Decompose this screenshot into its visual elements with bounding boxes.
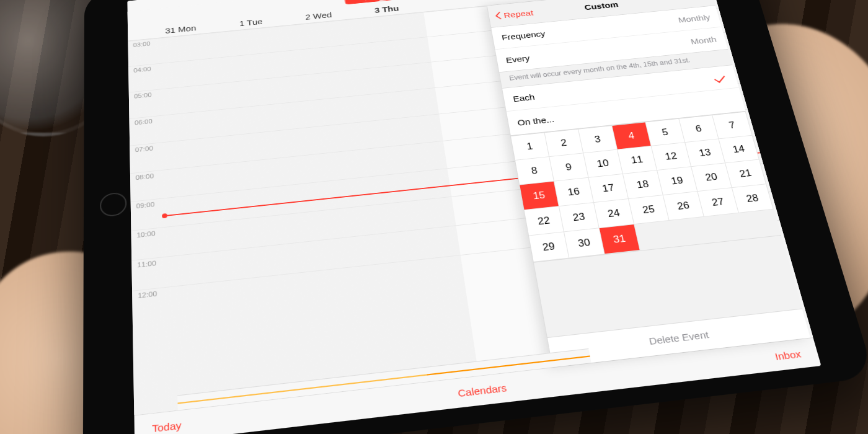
- back-button[interactable]: Repeat: [494, 8, 534, 20]
- day-cell-empty: [634, 221, 675, 250]
- every-label: Every: [505, 53, 531, 64]
- day-cell[interactable]: 31: [600, 224, 640, 254]
- day-cell[interactable]: 16: [554, 178, 594, 206]
- ipad-device: 09:41 ᛒ 100% Day Week Month Year: [83, 0, 868, 434]
- day-cell[interactable]: 6: [679, 115, 719, 143]
- date-mon[interactable]: 31 Mon: [165, 24, 197, 35]
- back-label: Repeat: [503, 8, 534, 19]
- day-cell-empty: [739, 210, 781, 239]
- day-cell[interactable]: 5: [646, 119, 686, 146]
- day-cell[interactable]: 2: [545, 130, 584, 157]
- calendars-button[interactable]: Calendars: [457, 382, 507, 399]
- day-cell[interactable]: 21: [725, 159, 766, 188]
- day-cell[interactable]: 13: [685, 139, 725, 167]
- day-cell[interactable]: 15: [520, 182, 559, 210]
- day-cell[interactable]: 7: [712, 112, 753, 140]
- today-button[interactable]: Today: [152, 419, 182, 434]
- day-cell[interactable]: 17: [589, 174, 629, 203]
- day-cell[interactable]: 30: [564, 228, 605, 258]
- date-thu[interactable]: 3 Thu: [374, 4, 399, 14]
- day-cell[interactable]: 24: [594, 199, 634, 228]
- day-cell[interactable]: 3: [578, 126, 618, 153]
- day-cell[interactable]: 23: [559, 203, 600, 232]
- day-cell[interactable]: 18: [623, 170, 663, 199]
- day-cell[interactable]: 19: [657, 167, 698, 195]
- frequency-value: Monthly: [677, 13, 711, 24]
- frequency-label: Frequency: [501, 29, 546, 42]
- day-cell[interactable]: 14: [719, 136, 760, 164]
- day-cell[interactable]: 26: [663, 192, 704, 221]
- segment-day[interactable]: Day: [345, 0, 379, 4]
- day-cell-empty: [670, 217, 711, 247]
- date-tue[interactable]: 1 Tue: [239, 17, 263, 28]
- day-cell[interactable]: 28: [732, 184, 774, 213]
- home-button[interactable]: [100, 192, 127, 218]
- day-cell[interactable]: 22: [525, 206, 564, 236]
- day-cell[interactable]: 10: [583, 149, 623, 177]
- day-cell[interactable]: 12: [652, 143, 691, 170]
- day-cell[interactable]: 4: [612, 122, 651, 149]
- day-cell[interactable]: 11: [618, 146, 657, 174]
- every-value: Month: [689, 35, 717, 46]
- screen: 09:41 ᛒ 100% Day Week Month Year: [127, 0, 821, 434]
- day-cell[interactable]: 29: [529, 232, 569, 262]
- panel-title: Custom: [583, 0, 619, 11]
- each-label: Each: [512, 92, 535, 104]
- day-cell[interactable]: 8: [515, 157, 554, 185]
- on-the-label: On the...: [516, 114, 555, 127]
- inbox-button[interactable]: Inbox: [774, 348, 802, 363]
- day-cell[interactable]: 9: [549, 153, 588, 181]
- date-wed[interactable]: 2 Wed: [305, 11, 332, 22]
- day-cell[interactable]: 25: [629, 195, 670, 224]
- segment-week[interactable]: Week: [378, 0, 419, 1]
- day-cell[interactable]: 1: [511, 133, 549, 161]
